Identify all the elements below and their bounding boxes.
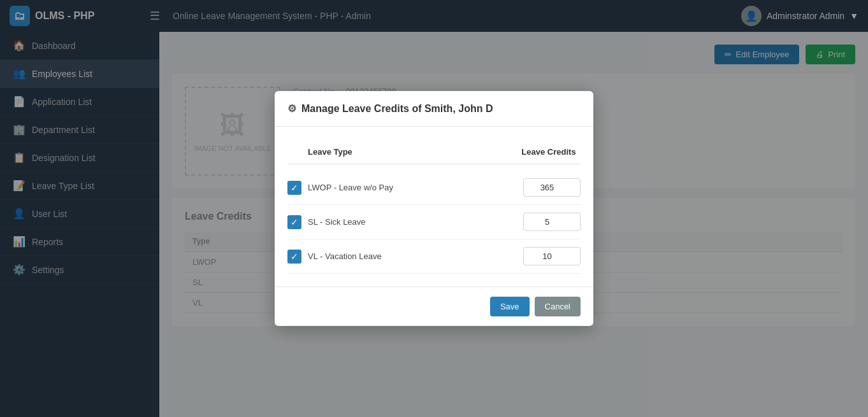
leave-credits-header-label: Leave Credits [517, 147, 581, 157]
leave-type-header: Leave Type Leave Credits [287, 139, 581, 164]
checkbox-sl[interactable]: ✓ [287, 215, 301, 229]
gear-icon: ⚙ [287, 102, 296, 115]
modal-overlay: ⚙ Manage Leave Credits of Smith, John D … [0, 0, 868, 417]
sl-label: SL - Sick Leave [308, 217, 523, 227]
save-button[interactable]: Save [490, 297, 530, 316]
checkbox-vl[interactable]: ✓ [287, 250, 301, 264]
checkbox-lwop[interactable]: ✓ [287, 181, 301, 195]
leave-row-lwop: ✓ LWOP - Leave w/o Pay [287, 171, 581, 205]
cancel-button[interactable]: Cancel [535, 297, 581, 316]
lwop-input[interactable] [523, 178, 581, 197]
leave-type-header-label: Leave Type [308, 147, 517, 157]
modal: ⚙ Manage Leave Credits of Smith, John D … [275, 91, 593, 326]
leave-row-vl: ✓ VL - Vacation Leave [287, 239, 581, 274]
modal-header: ⚙ Manage Leave Credits of Smith, John D [275, 91, 593, 127]
leave-row-sl: ✓ SL - Sick Leave [287, 205, 581, 239]
modal-title: Manage Leave Credits of Smith, John D [301, 103, 493, 115]
modal-body: Leave Type Leave Credits ✓ LWOP - Leave … [275, 127, 593, 286]
vl-label: VL - Vacation Leave [308, 251, 523, 261]
modal-footer: Save Cancel [275, 286, 593, 326]
sl-input[interactable] [523, 213, 581, 231]
lwop-label: LWOP - Leave w/o Pay [308, 183, 523, 192]
vl-input[interactable] [523, 247, 581, 265]
